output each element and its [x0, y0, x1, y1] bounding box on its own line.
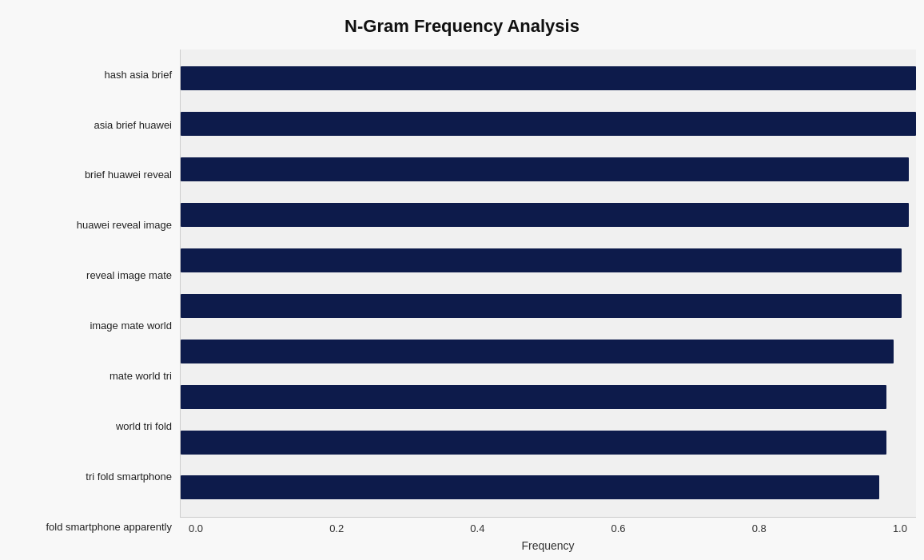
x-tick: 0.4 — [461, 522, 493, 534]
x-tick: 0.0 — [180, 522, 212, 534]
x-tick: 0.2 — [321, 522, 352, 534]
y-axis-labels: hash asia briefasia brief huaweibrief hu… — [8, 50, 180, 552]
bars-and-x-container: 0.00.20.40.60.81.0 Frequency — [180, 50, 916, 552]
y-label: mate world tri — [110, 370, 172, 383]
bars-panel — [180, 50, 916, 518]
bar — [181, 340, 894, 363]
y-label: brief huawei reveal — [85, 169, 172, 181]
y-label: reveal image mate — [86, 269, 172, 282]
x-axis: 0.00.20.40.60.81.0 — [180, 518, 916, 536]
bar-row — [181, 200, 916, 230]
x-tick: 0.6 — [603, 522, 635, 534]
bar — [181, 475, 879, 499]
y-label: fold smartphone apparently — [46, 521, 172, 534]
y-label: asia brief huawei — [94, 119, 172, 132]
bar — [181, 248, 902, 272]
y-label: world tri fold — [116, 420, 172, 433]
x-tick: 0.8 — [743, 522, 775, 534]
bar — [181, 294, 902, 318]
chart-area: hash asia briefasia brief huaweibrief hu… — [8, 50, 916, 552]
chart-container: N-Gram Frequency Analysis hash asia brie… — [0, 0, 924, 560]
bar-row — [181, 109, 916, 139]
bar — [181, 157, 909, 181]
x-axis-label: Frequency — [180, 539, 916, 552]
bar-row — [181, 472, 916, 502]
bar — [181, 431, 886, 455]
bar-row — [181, 245, 916, 276]
bar-row — [181, 154, 916, 185]
bar-row — [181, 382, 916, 412]
x-tick: 1.0 — [884, 522, 916, 534]
bar — [181, 112, 916, 136]
bar-row — [181, 427, 916, 458]
bar — [181, 385, 886, 409]
bar — [181, 203, 909, 227]
bar-row — [181, 63, 916, 93]
chart-title: N-Gram Frequency Analysis — [345, 16, 579, 37]
bar-row — [181, 336, 916, 367]
y-label: image mate world — [90, 320, 172, 332]
y-label: huawei reveal image — [77, 219, 172, 232]
y-label: hash asia brief — [104, 69, 172, 81]
bar — [181, 66, 916, 90]
bar-row — [181, 291, 916, 321]
y-label: tri fold smartphone — [86, 471, 172, 483]
